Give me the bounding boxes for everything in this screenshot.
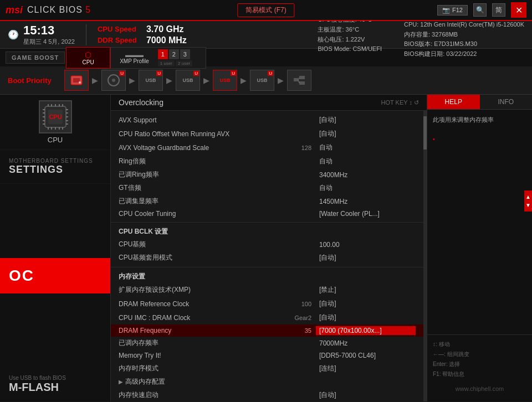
scrollbar[interactable]	[423, 111, 427, 401]
boot-device-3[interactable]: U USB	[139, 70, 163, 91]
tab-info[interactable]: INFO	[480, 95, 533, 110]
close-button[interactable]: ✕	[511, 2, 526, 18]
xmp-sub-2[interactable]: 2 user	[176, 60, 192, 66]
ddr-speed-row: DDR Speed 7000 MHz	[98, 35, 187, 45]
svg-point-2	[79, 81, 81, 84]
xmp-num-2[interactable]: 2	[169, 49, 179, 59]
boot-device-7[interactable]	[287, 70, 311, 91]
boot-badge-2: U	[119, 71, 125, 76]
table-row[interactable]: GT倍频 自动	[111, 181, 423, 195]
language-button[interactable]: 简	[492, 3, 505, 17]
table-row[interactable]: CPU基频套用模式 [自动]	[111, 251, 423, 265]
boost-tab-cpu[interactable]: ⬡ CPU	[66, 47, 110, 69]
table-row-adv-mem[interactable]: ▶ 高级内存配置	[111, 375, 423, 388]
boost-tabs: ⬡ CPU ▬▬▬ XMP Profile 1 2 3 1 user 2 use…	[66, 47, 526, 69]
xmp-tab-label: XMP Profile	[120, 58, 149, 64]
table-row-dram-freq[interactable]: DRAM Frequency 35 [7000 (70x100.00x...]	[111, 324, 423, 337]
cpu-tab-icon: ⬡	[85, 50, 91, 59]
sidebar-item-cpu[interactable]: CPU	[0, 95, 110, 150]
svg-rect-6	[299, 76, 305, 79]
cpu-label: CPU	[48, 136, 63, 144]
enter-hint: Enter: 选择	[433, 359, 526, 369]
help-dot: •	[433, 136, 435, 142]
table-row[interactable]: 内存时序模式 [连结]	[111, 362, 423, 375]
easy-mode-button[interactable]: 简易模式 (F7)	[237, 3, 294, 17]
oc-title: OC	[9, 267, 101, 285]
mflash-title: M-FLASH	[9, 381, 101, 394]
date: 4 5月, 2022	[43, 38, 75, 45]
table-row[interactable]: CPU基频 100.00	[111, 238, 423, 251]
table-row[interactable]: CPU Cooler Tuning [Water Cooler (PL...]	[111, 208, 423, 220]
ddr-speed-label: DDR Speed	[98, 36, 142, 44]
svg-point-4	[112, 79, 115, 82]
boot-arrow-5: ▶	[241, 76, 247, 85]
expand-arrow-icon: ▶	[119, 379, 123, 385]
table-row[interactable]: Ring倍频 自动	[111, 154, 423, 168]
camera-icon: 📷	[442, 7, 450, 14]
table-row[interactable]: AVX Voltage Guardband Scale 128 自动	[111, 141, 423, 154]
boot-device-4[interactable]: U USB	[176, 70, 200, 91]
scroll-up-icon[interactable]: ▲	[525, 194, 531, 200]
xmp-num-1[interactable]: 1	[158, 49, 168, 59]
table-row[interactable]: 已调内存频率 7000MHz	[111, 337, 423, 349]
table-row[interactable]: 已调集显频率 1450MHz	[111, 195, 423, 208]
oc-section-title: Overclocking	[119, 98, 163, 107]
bclk-section-header: CPU BCLK 设置	[111, 222, 423, 238]
f1-hint: F1: 帮助信息	[433, 369, 526, 379]
oc-table[interactable]: AVX Support [自动] CPU Ratio Offset When R…	[111, 111, 423, 401]
boot-device-5[interactable]: U USB	[213, 70, 237, 91]
boost-tab-xmp[interactable]: ▬▬▬ XMP Profile 1 2 3 1 user 2 user	[110, 47, 206, 69]
table-row[interactable]: CPU IMC : DRAM Clock Gear2 [自动]	[111, 311, 423, 324]
sidebar-item-mflash[interactable]: Use USB to flash BIOS M-FLASH	[0, 367, 110, 401]
settings-title: SETTINGS	[9, 164, 101, 176]
boot-arrow-6: ▶	[278, 76, 284, 85]
svg-text:CPU: CPU	[49, 114, 62, 120]
mflash-subtitle: Use USB to flash BIOS	[9, 375, 101, 381]
time-display: 15:13	[23, 23, 75, 38]
boot-devices: ▶ U ▶ U USB ▶ U USB ▶ U USB ▶ U USB ▶	[64, 70, 311, 91]
table-row[interactable]: 已调Ring频率 3400MHz	[111, 168, 423, 181]
svg-line-9	[298, 80, 299, 83]
click-bios-title: CLICK BIOS 5	[27, 5, 91, 15]
boot-device-2[interactable]: U	[101, 70, 126, 91]
clock-icon: 🕐	[8, 29, 19, 40]
table-row[interactable]: AVX Support [自动]	[111, 113, 423, 127]
table-row[interactable]: 扩展内存预设技术(XMP) [禁止]	[111, 283, 423, 297]
left-sidebar: CPU	[0, 95, 111, 401]
sidebar-item-settings[interactable]: Motherboard settings SETTINGS	[0, 150, 110, 184]
group-hint: ←—: 组间跳变	[433, 349, 526, 359]
boot-arrow-2: ▶	[129, 76, 135, 85]
top-bar: msi CLICK BIOS 5 简易模式 (F7) 📷 F12 🔍 简 ✕	[0, 0, 532, 21]
time-section: 🕐 15:13 星期三 4 5月, 2022	[8, 23, 75, 46]
search-button[interactable]: 🔍	[473, 3, 487, 17]
screenshot-button[interactable]: 📷 F12	[437, 5, 468, 16]
xmp-num-3[interactable]: 3	[180, 49, 190, 59]
weekday: 星期三	[23, 38, 42, 45]
boot-device-1[interactable]	[64, 70, 89, 91]
cpu-speed-label: CPU Speed	[98, 25, 142, 33]
boot-badge-6: U	[268, 71, 273, 76]
main-layout: CPU	[0, 95, 532, 401]
scroll-thumb[interactable]	[423, 116, 427, 150]
table-row[interactable]: 内存快速启动 [自动]	[111, 388, 423, 401]
table-row[interactable]: DRAM Reference Clock 100 [自动]	[111, 297, 423, 311]
boot-device-6[interactable]: U USB	[250, 70, 274, 91]
boot-arrow-4: ▶	[203, 76, 209, 85]
table-row[interactable]: CPU Ratio Offset When Running AVX [自动]	[111, 127, 423, 141]
right-tabs: HELP INFO	[427, 95, 532, 110]
sidebar-item-oc[interactable]: OC	[0, 258, 110, 293]
xmp-tab-icon: ▬▬▬	[125, 51, 144, 58]
table-row[interactable]: Memory Try It! [DDR5-7000 CL46]	[111, 349, 423, 362]
tab-help[interactable]: HELP	[427, 95, 480, 110]
cpu-tab-label: CPU	[83, 59, 94, 65]
xmp-sub-1[interactable]: 1 user	[158, 60, 175, 66]
cpu-speed-value: 3.70 GHz	[146, 24, 184, 34]
right-panel: HELP INFO 此项用来调整内存频率 • ▲ ▼ ↕: 移动 ←—: 组间跳…	[427, 95, 532, 401]
cpu-chip-icon: CPU	[39, 100, 72, 133]
date-display: 星期三 4 5月, 2022	[23, 38, 75, 46]
settings-subtitle: Motherboard settings	[9, 158, 101, 164]
boot-badge-5: U	[231, 71, 236, 76]
boot-arrow-1: ▶	[92, 76, 98, 85]
scroll-down-icon[interactable]: ▼	[525, 202, 531, 208]
cpu-speed-row: CPU Speed 3.70 GHz	[98, 24, 187, 34]
